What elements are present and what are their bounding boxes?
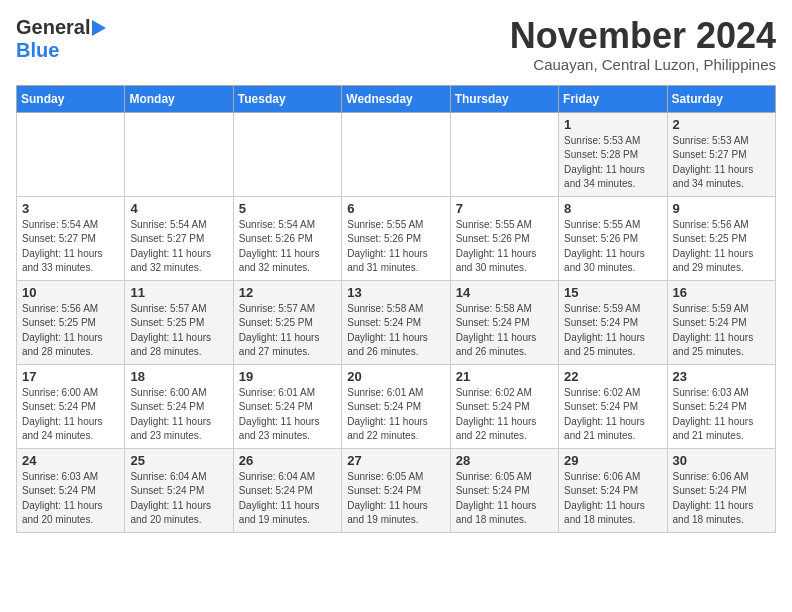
day-info: Sunrise: 5:55 AM Sunset: 5:26 PM Dayligh…: [564, 218, 661, 276]
day-number: 3: [22, 201, 119, 216]
week-row-4: 17Sunrise: 6:00 AM Sunset: 5:24 PM Dayli…: [17, 364, 776, 448]
day-header-thursday: Thursday: [450, 85, 558, 112]
day-header-wednesday: Wednesday: [342, 85, 450, 112]
day-info: Sunrise: 5:57 AM Sunset: 5:25 PM Dayligh…: [239, 302, 336, 360]
calendar-cell: 16Sunrise: 5:59 AM Sunset: 5:24 PM Dayli…: [667, 280, 775, 364]
day-info: Sunrise: 5:54 AM Sunset: 5:27 PM Dayligh…: [22, 218, 119, 276]
day-number: 19: [239, 369, 336, 384]
day-info: Sunrise: 5:54 AM Sunset: 5:26 PM Dayligh…: [239, 218, 336, 276]
day-info: Sunrise: 5:55 AM Sunset: 5:26 PM Dayligh…: [456, 218, 553, 276]
day-number: 30: [673, 453, 770, 468]
day-number: 7: [456, 201, 553, 216]
calendar-body: 1Sunrise: 5:53 AM Sunset: 5:28 PM Daylig…: [17, 112, 776, 532]
calendar-cell: 26Sunrise: 6:04 AM Sunset: 5:24 PM Dayli…: [233, 448, 341, 532]
calendar-cell: [450, 112, 558, 196]
day-number: 4: [130, 201, 227, 216]
day-number: 23: [673, 369, 770, 384]
calendar-cell: 5Sunrise: 5:54 AM Sunset: 5:26 PM Daylig…: [233, 196, 341, 280]
calendar-cell: 14Sunrise: 5:58 AM Sunset: 5:24 PM Dayli…: [450, 280, 558, 364]
calendar-cell: 6Sunrise: 5:55 AM Sunset: 5:26 PM Daylig…: [342, 196, 450, 280]
day-info: Sunrise: 6:01 AM Sunset: 5:24 PM Dayligh…: [239, 386, 336, 444]
logo-general: General: [16, 16, 90, 39]
day-info: Sunrise: 6:01 AM Sunset: 5:24 PM Dayligh…: [347, 386, 444, 444]
day-number: 25: [130, 453, 227, 468]
day-number: 10: [22, 285, 119, 300]
day-info: Sunrise: 5:53 AM Sunset: 5:28 PM Dayligh…: [564, 134, 661, 192]
day-number: 5: [239, 201, 336, 216]
week-row-2: 3Sunrise: 5:54 AM Sunset: 5:27 PM Daylig…: [17, 196, 776, 280]
day-info: Sunrise: 5:57 AM Sunset: 5:25 PM Dayligh…: [130, 302, 227, 360]
day-info: Sunrise: 6:00 AM Sunset: 5:24 PM Dayligh…: [22, 386, 119, 444]
day-number: 8: [564, 201, 661, 216]
day-info: Sunrise: 6:04 AM Sunset: 5:24 PM Dayligh…: [130, 470, 227, 528]
calendar-cell: 29Sunrise: 6:06 AM Sunset: 5:24 PM Dayli…: [559, 448, 667, 532]
day-number: 29: [564, 453, 661, 468]
day-info: Sunrise: 5:55 AM Sunset: 5:26 PM Dayligh…: [347, 218, 444, 276]
day-number: 22: [564, 369, 661, 384]
day-info: Sunrise: 6:06 AM Sunset: 5:24 PM Dayligh…: [673, 470, 770, 528]
calendar-cell: 12Sunrise: 5:57 AM Sunset: 5:25 PM Dayli…: [233, 280, 341, 364]
day-info: Sunrise: 5:59 AM Sunset: 5:24 PM Dayligh…: [673, 302, 770, 360]
day-info: Sunrise: 6:03 AM Sunset: 5:24 PM Dayligh…: [22, 470, 119, 528]
week-row-1: 1Sunrise: 5:53 AM Sunset: 5:28 PM Daylig…: [17, 112, 776, 196]
logo-arrow-icon: [92, 20, 106, 36]
day-number: 15: [564, 285, 661, 300]
calendar-cell: 23Sunrise: 6:03 AM Sunset: 5:24 PM Dayli…: [667, 364, 775, 448]
day-number: 21: [456, 369, 553, 384]
calendar-cell: [17, 112, 125, 196]
day-number: 18: [130, 369, 227, 384]
logo: General Blue: [16, 16, 106, 62]
day-info: Sunrise: 5:53 AM Sunset: 5:27 PM Dayligh…: [673, 134, 770, 192]
calendar-cell: 24Sunrise: 6:03 AM Sunset: 5:24 PM Dayli…: [17, 448, 125, 532]
calendar-cell: 27Sunrise: 6:05 AM Sunset: 5:24 PM Dayli…: [342, 448, 450, 532]
calendar-cell: 17Sunrise: 6:00 AM Sunset: 5:24 PM Dayli…: [17, 364, 125, 448]
day-info: Sunrise: 6:00 AM Sunset: 5:24 PM Dayligh…: [130, 386, 227, 444]
day-info: Sunrise: 5:54 AM Sunset: 5:27 PM Dayligh…: [130, 218, 227, 276]
calendar-cell: 21Sunrise: 6:02 AM Sunset: 5:24 PM Dayli…: [450, 364, 558, 448]
calendar-table: SundayMondayTuesdayWednesdayThursdayFrid…: [16, 85, 776, 533]
calendar-cell: 20Sunrise: 6:01 AM Sunset: 5:24 PM Dayli…: [342, 364, 450, 448]
day-info: Sunrise: 5:58 AM Sunset: 5:24 PM Dayligh…: [347, 302, 444, 360]
day-number: 17: [22, 369, 119, 384]
calendar-cell: 15Sunrise: 5:59 AM Sunset: 5:24 PM Dayli…: [559, 280, 667, 364]
day-number: 24: [22, 453, 119, 468]
day-header-friday: Friday: [559, 85, 667, 112]
calendar-cell: 1Sunrise: 5:53 AM Sunset: 5:28 PM Daylig…: [559, 112, 667, 196]
day-info: Sunrise: 5:56 AM Sunset: 5:25 PM Dayligh…: [22, 302, 119, 360]
title-block: November 2024 Cauayan, Central Luzon, Ph…: [510, 16, 776, 73]
day-info: Sunrise: 6:05 AM Sunset: 5:24 PM Dayligh…: [456, 470, 553, 528]
day-number: 14: [456, 285, 553, 300]
calendar-cell: 13Sunrise: 5:58 AM Sunset: 5:24 PM Dayli…: [342, 280, 450, 364]
calendar-cell: 30Sunrise: 6:06 AM Sunset: 5:24 PM Dayli…: [667, 448, 775, 532]
day-number: 26: [239, 453, 336, 468]
calendar-cell: 22Sunrise: 6:02 AM Sunset: 5:24 PM Dayli…: [559, 364, 667, 448]
day-number: 28: [456, 453, 553, 468]
day-header-tuesday: Tuesday: [233, 85, 341, 112]
day-header-monday: Monday: [125, 85, 233, 112]
day-info: Sunrise: 5:58 AM Sunset: 5:24 PM Dayligh…: [456, 302, 553, 360]
calendar-cell: 25Sunrise: 6:04 AM Sunset: 5:24 PM Dayli…: [125, 448, 233, 532]
day-number: 27: [347, 453, 444, 468]
calendar-cell: 7Sunrise: 5:55 AM Sunset: 5:26 PM Daylig…: [450, 196, 558, 280]
day-header-saturday: Saturday: [667, 85, 775, 112]
day-info: Sunrise: 6:05 AM Sunset: 5:24 PM Dayligh…: [347, 470, 444, 528]
day-number: 16: [673, 285, 770, 300]
calendar-cell: 3Sunrise: 5:54 AM Sunset: 5:27 PM Daylig…: [17, 196, 125, 280]
day-info: Sunrise: 6:02 AM Sunset: 5:24 PM Dayligh…: [456, 386, 553, 444]
day-number: 9: [673, 201, 770, 216]
calendar-cell: [342, 112, 450, 196]
calendar-cell: 18Sunrise: 6:00 AM Sunset: 5:24 PM Dayli…: [125, 364, 233, 448]
calendar-cell: 11Sunrise: 5:57 AM Sunset: 5:25 PM Dayli…: [125, 280, 233, 364]
day-number: 6: [347, 201, 444, 216]
calendar-cell: [125, 112, 233, 196]
day-number: 11: [130, 285, 227, 300]
day-number: 13: [347, 285, 444, 300]
day-info: Sunrise: 6:03 AM Sunset: 5:24 PM Dayligh…: [673, 386, 770, 444]
day-info: Sunrise: 5:59 AM Sunset: 5:24 PM Dayligh…: [564, 302, 661, 360]
week-row-5: 24Sunrise: 6:03 AM Sunset: 5:24 PM Dayli…: [17, 448, 776, 532]
day-info: Sunrise: 6:02 AM Sunset: 5:24 PM Dayligh…: [564, 386, 661, 444]
day-number: 1: [564, 117, 661, 132]
calendar-cell: 19Sunrise: 6:01 AM Sunset: 5:24 PM Dayli…: [233, 364, 341, 448]
month-title: November 2024: [510, 16, 776, 56]
week-row-3: 10Sunrise: 5:56 AM Sunset: 5:25 PM Dayli…: [17, 280, 776, 364]
